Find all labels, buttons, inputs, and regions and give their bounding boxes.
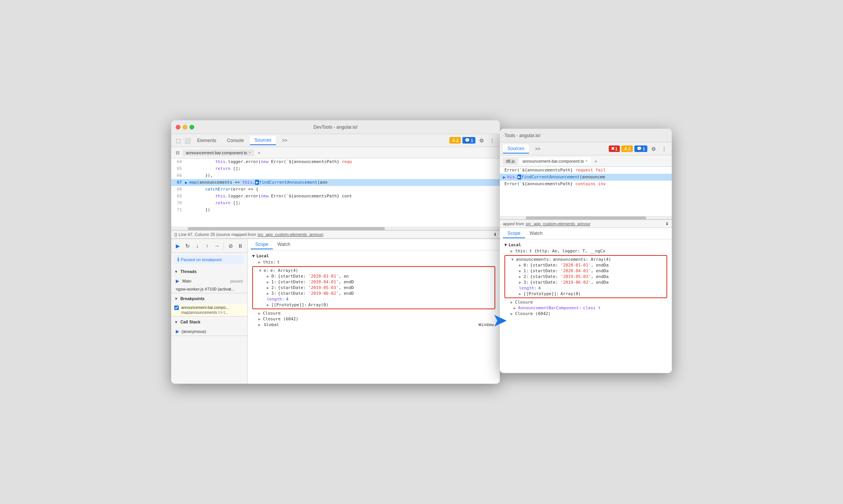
code-line-64: 64 this.logger.error(new Error(`${announ… — [171, 158, 500, 165]
scope-local-header-right[interactable]: ▼ Local — [503, 242, 669, 248]
scope-item-ann-comp[interactable]: ▶ AnnouncementBarComponent: class t — [503, 305, 669, 311]
resume-button[interactable]: ▶ — [174, 242, 182, 250]
scrollbar-thumb-left[interactable] — [188, 227, 385, 230]
panel-toggle-icon[interactable]: ⊟ — [174, 149, 181, 156]
scope-item-closure-right[interactable]: ▶ Closure — [503, 299, 669, 305]
maximize-button[interactable] — [190, 125, 194, 129]
line-num-69: 69 — [173, 193, 185, 200]
thread-main[interactable]: ▶ Main paused — [171, 277, 247, 285]
scope-item-ann-1[interactable]: ▶ 1: {startDate: '2020-04-01', endDa — [511, 268, 666, 274]
breakpoints-header[interactable]: ▼ Breakpoints — [171, 293, 247, 304]
scope-item-ann-proto[interactable]: ▶ [[Prototype]]: Array(0) — [511, 291, 666, 297]
tab-more-right[interactable]: >> — [530, 145, 545, 153]
call-stack-header[interactable]: ▼ Call Stack — [171, 317, 247, 327]
message-count-right: 1 — [643, 147, 645, 151]
thread-name-main: Main — [182, 279, 191, 283]
breakpoint-item-0[interactable]: announcement-bar.compo... map(announceme… — [171, 304, 247, 316]
line-num-64: 64 — [173, 159, 185, 165]
more-button-right[interactable]: ⋮ — [660, 144, 669, 153]
code-content-64: this.logger.error(new Error(`${announcem… — [185, 159, 352, 165]
tab-console[interactable]: Console — [222, 136, 248, 145]
step-over-button[interactable]: ↻ — [184, 242, 191, 250]
file-tab-announcement[interactable]: announcement-bar.component.ts × — [183, 149, 254, 156]
file-tab-more-right[interactable]: » — [592, 158, 599, 165]
scope-item-e-2[interactable]: ▶ 2: {startDate: '2019-05-03', endD — [259, 285, 494, 291]
scope-item-e[interactable]: ▼ e: e: Array(4) — [259, 268, 494, 273]
step-out-button[interactable]: ↑ — [203, 242, 211, 250]
threads-section: ▼ Threads ▶ Main paused ngsw-worker.js #… — [171, 266, 247, 293]
tab-sources[interactable]: Sources — [250, 136, 276, 145]
format-icon[interactable]: {} — [174, 232, 177, 237]
status-bar-left: {} Line 67, Column 35 (source mapped fro… — [171, 230, 500, 239]
code-view-left[interactable]: 64 this.logger.error(new Error(`${announ… — [171, 158, 500, 227]
scope-item-e-1[interactable]: ▶ 1: {startDate: '2020-04-01', endD — [259, 279, 494, 285]
scope-item-closure2[interactable]: ▶ Closure (6042) — [251, 316, 497, 322]
file-tab-d8[interactable]: d8.js — [503, 158, 518, 165]
file-tab-announcement-right[interactable]: announcement-bar.component.ts × — [519, 158, 591, 165]
breakpoint-checkbox[interactable] — [174, 305, 179, 310]
deactivate-button[interactable]: ⊘ — [227, 242, 234, 250]
scope-item-this[interactable]: ▶ this: t — [251, 259, 497, 265]
title-bar-left: DevTools - angular.io/ — [171, 120, 500, 134]
warning-count-right: 2 — [628, 147, 631, 151]
file-tab-more[interactable]: » — [256, 149, 263, 156]
settings-button-left[interactable]: ⚙ — [477, 136, 486, 145]
scope-item-ann-3[interactable]: ▶ 3: {startDate: '2019-06-02', endDa — [511, 279, 666, 285]
scope-tab-scope-right[interactable]: Scope — [503, 229, 525, 238]
scope-item-closure2-right[interactable]: ▶ Closure (6042) — [503, 311, 669, 317]
breakpoint-info: announcement-bar.compo... map(announceme… — [181, 305, 229, 315]
tab-sources-right[interactable]: Sources — [503, 144, 529, 153]
minimize-button[interactable] — [183, 125, 187, 129]
step-into-button[interactable]: ↓ — [194, 242, 201, 250]
file-tab-close-right[interactable]: × — [585, 159, 588, 163]
scope-item-e-3[interactable]: ▶ 3: {startDate: '2019-06-02', endD — [259, 291, 494, 296]
scope-tab-watch-right[interactable]: Watch — [525, 229, 547, 238]
horizontal-scrollbar-right[interactable] — [500, 216, 672, 220]
scope-item-ann-2[interactable]: ▶ 2: {startDate: '2019-05-03', endDa — [511, 274, 666, 279]
source-map-link-left[interactable]: src_app_custom-elements_announ — [258, 232, 323, 237]
status-text-left: Line 67, Column 35 (source mapped from — [178, 232, 256, 237]
code-line-right-1: Error(`${announcementsPath} request fail — [500, 167, 672, 174]
close-button[interactable] — [176, 125, 180, 129]
paused-label: Paused on breakpoint — [181, 257, 222, 262]
scope-item-closure[interactable]: ▶ Closure — [251, 310, 497, 316]
scrollbar-thumb-right[interactable] — [526, 216, 646, 220]
horizontal-scrollbar-left[interactable] — [171, 227, 500, 230]
line-num-66: 66 — [173, 173, 185, 179]
more-button-left[interactable]: ⋮ — [488, 136, 497, 145]
file-tab-close[interactable]: × — [249, 150, 251, 155]
inspector-icon[interactable]: ⬚ — [174, 137, 182, 144]
file-tab-name: announcement-bar.component.ts — [186, 150, 247, 155]
tab-bar-left: ⬚ ⬜ Elements Console Sources >> ⚠ 2 💬 1 … — [171, 134, 500, 147]
toolbar-divider — [224, 242, 224, 249]
call-stack-item-0[interactable]: ▶ (anonymous) — [171, 327, 247, 336]
scope-item-this-right[interactable]: ▶ this: t {http: Ae, logger: T, __ngCo — [503, 248, 669, 254]
scope-item-e-0[interactable]: ▶ 0: {startDate: '2020-01-01', en — [259, 273, 494, 279]
message-count-left: 1 — [471, 138, 473, 143]
pause-button[interactable]: ⏸ — [237, 242, 244, 250]
settings-button-right[interactable]: ⚙ — [649, 144, 658, 153]
scope-e-highlighted: ▼ e: e: Array(4) ▶ 0: {startDate: '2020-… — [252, 266, 495, 309]
scope-item-global[interactable]: ▶ Global Window — [251, 322, 497, 328]
tab-more-left[interactable]: >> — [277, 136, 292, 145]
call-stack-chevron: ▼ — [174, 320, 178, 324]
source-map-link-right[interactable]: src_app_custom-elements_annour — [526, 221, 590, 226]
scope-item-e-proto[interactable]: ▶ [[Prototype]]: Array(0) — [259, 302, 494, 308]
scope-local-header[interactable]: ▼ Local — [251, 253, 497, 259]
device-icon[interactable]: ⬜ — [183, 137, 191, 144]
bp-file-name: announcement-bar.compo... — [181, 305, 229, 310]
breakpoints-title: Breakpoints — [180, 296, 205, 301]
scope-item-announcements[interactable]: ▼ announcements: announcements: Array(4) — [511, 257, 666, 262]
this-key: this: — [263, 260, 276, 265]
scope-tab-scope[interactable]: Scope — [251, 240, 273, 249]
scope-item-ann-0[interactable]: ▶ 0: {startDate: '2020-01-01', endDa — [511, 262, 666, 268]
status-bar-right-icon[interactable]: ⬇ — [493, 232, 497, 237]
code-view-right[interactable]: Error(`${announcementsPath} request fail… — [500, 167, 672, 216]
status-bar-right-icon-r[interactable]: ⬇ — [665, 221, 669, 226]
tab-elements[interactable]: Elements — [193, 136, 221, 145]
scope-tab-watch[interactable]: Watch — [273, 240, 295, 249]
code-line-71: 71 }) — [171, 207, 500, 213]
thread-ngsw[interactable]: ngsw-worker.js #7100 (activat... — [171, 285, 247, 293]
step-button[interactable]: → — [213, 242, 220, 250]
threads-header[interactable]: ▼ Threads — [171, 266, 247, 277]
